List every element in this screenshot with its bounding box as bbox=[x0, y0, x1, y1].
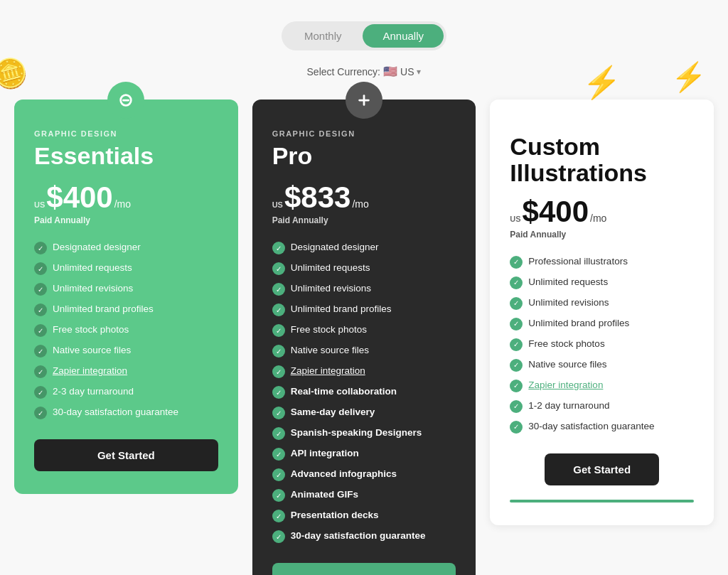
list-item: ✓ Zapier integration bbox=[34, 365, 218, 378]
list-item: ✓ Spanish-speaking Designers bbox=[272, 426, 456, 440]
pro-period: /mo bbox=[352, 198, 368, 210]
essentials-price-row: US $400 /mo bbox=[34, 183, 218, 213]
illustrations-deco-icon: ⚡ bbox=[582, 64, 621, 101]
check-icon: ✓ bbox=[34, 242, 47, 254]
essentials-currency-label: US bbox=[34, 200, 45, 209]
essentials-get-started-btn[interactable]: Get Started bbox=[34, 439, 218, 471]
check-icon: ✓ bbox=[272, 448, 285, 461]
check-icon: ✓ bbox=[510, 297, 523, 310]
illustrations-currency-label: US bbox=[510, 215, 520, 223]
currency-flag: 🇺🇸 bbox=[383, 65, 397, 78]
illustrations-plan-name: CustomIllustrations bbox=[510, 134, 694, 187]
list-item: ✓ Unlimited revisions bbox=[510, 296, 694, 310]
essentials-card: GRAPHIC DESIGN Essentials US $400 /mo Pa… bbox=[14, 100, 238, 494]
check-icon: ✓ bbox=[34, 407, 47, 419]
check-icon: ✓ bbox=[272, 345, 285, 358]
currency-code: US bbox=[400, 66, 414, 77]
illustrations-btn-wrapper: Get Started bbox=[510, 453, 694, 485]
pro-price-note: Paid Annually bbox=[272, 215, 456, 225]
pro-currency-label: US bbox=[272, 200, 283, 209]
check-icon: ✓ bbox=[34, 283, 47, 296]
check-icon: ✓ bbox=[510, 256, 523, 269]
list-item: ✓ 30-day satisfaction guarantee bbox=[510, 420, 694, 434]
list-item: ✓ Same-day delivery bbox=[272, 406, 456, 419]
check-icon: ✓ bbox=[272, 510, 285, 522]
pro-features-list: ✓ Designated designer ✓ Unlimited reques… bbox=[272, 241, 456, 543]
check-icon: ✓ bbox=[272, 468, 285, 481]
essentials-price-note: Paid Annually bbox=[34, 215, 218, 225]
essentials-features-list: ✓ Designated designer ✓ Unlimited reques… bbox=[34, 241, 218, 419]
list-item: ✓ Professional illustrators bbox=[510, 255, 694, 269]
list-item: ✓ Presentation decks bbox=[272, 509, 456, 522]
essentials-plan-name: Essentials bbox=[34, 142, 218, 170]
annually-toggle-btn[interactable]: Annually bbox=[363, 24, 444, 48]
list-item: ✓ Designated designer bbox=[272, 241, 456, 254]
essentials-card-icon bbox=[107, 82, 144, 119]
essentials-price: $400 bbox=[46, 183, 112, 213]
list-item: ✓ Animated GIFs bbox=[272, 488, 456, 502]
check-icon: ✓ bbox=[272, 262, 285, 275]
check-icon: ✓ bbox=[510, 318, 523, 331]
check-icon: ✓ bbox=[272, 489, 285, 502]
list-item: ✓ Free stock photos bbox=[272, 323, 456, 337]
pro-price-row: US $833 /mo bbox=[272, 183, 456, 213]
zapier-link[interactable]: Zapier integration bbox=[528, 379, 603, 392]
deco-icon-right: ⚡ bbox=[671, 60, 707, 94]
check-icon: ✓ bbox=[510, 380, 523, 392]
list-item: ✓ Unlimited brand profiles bbox=[510, 317, 694, 331]
check-icon: ✓ bbox=[34, 303, 47, 316]
monthly-toggle-btn[interactable]: Monthly bbox=[284, 24, 362, 48]
check-icon: ✓ bbox=[272, 407, 285, 419]
zapier-link[interactable]: Zapier integration bbox=[291, 365, 365, 377]
list-item: ✓ Unlimited brand profiles bbox=[34, 303, 218, 316]
list-item: ✓ Native source files bbox=[510, 358, 694, 372]
check-icon: ✓ bbox=[272, 242, 285, 254]
pro-price: $833 bbox=[284, 183, 350, 213]
list-item: ✓ Real-time collaboration bbox=[272, 385, 456, 399]
list-item: ✓ Free stock photos bbox=[510, 338, 694, 351]
essentials-category: GRAPHIC DESIGN bbox=[34, 129, 218, 138]
check-icon: ✓ bbox=[272, 530, 285, 543]
illustrations-get-started-btn[interactable]: Get Started bbox=[545, 453, 659, 485]
check-icon: ✓ bbox=[510, 400, 523, 413]
illustrations-price: $400 bbox=[523, 197, 589, 227]
check-icon: ✓ bbox=[510, 421, 523, 434]
pro-plan-name: Pro bbox=[272, 142, 456, 170]
check-icon: ✓ bbox=[34, 386, 47, 399]
list-item: ✓ 30-day satisfaction guarantee bbox=[34, 406, 218, 419]
check-icon: ✓ bbox=[272, 283, 285, 296]
list-item: ✓ Unlimited revisions bbox=[34, 282, 218, 296]
currency-label: Select Currency: bbox=[307, 66, 380, 77]
billing-toggle: Monthly Annually bbox=[282, 21, 446, 50]
check-icon: ✓ bbox=[510, 338, 523, 351]
pro-card: GRAPHIC DESIGN Pro US $833 /mo Paid Annu… bbox=[252, 100, 476, 575]
zapier-link[interactable]: Zapier integration bbox=[53, 365, 127, 377]
check-icon: ✓ bbox=[510, 359, 523, 372]
check-icon: ✓ bbox=[34, 365, 47, 378]
pro-get-started-btn[interactable]: Get Started bbox=[272, 563, 456, 575]
illustrations-price-note: Paid Annually bbox=[510, 230, 694, 240]
list-item: ✓ Free stock photos bbox=[34, 323, 218, 337]
list-item: ✓ Native source files bbox=[272, 344, 456, 358]
deco-icon-left: 🪙 bbox=[0, 53, 32, 94]
illustrations-period: /mo bbox=[590, 213, 606, 224]
list-item: ✓ 1-2 day turnaround bbox=[510, 399, 694, 413]
illustrations-features-list: ✓ Professional illustrators ✓ Unlimited … bbox=[510, 255, 694, 434]
list-item: ✓ Unlimited requests bbox=[272, 262, 456, 275]
check-icon: ✓ bbox=[272, 386, 285, 399]
pro-category: GRAPHIC DESIGN bbox=[272, 129, 456, 138]
list-item: ✓ Unlimited revisions bbox=[272, 282, 456, 296]
list-item: ✓ Advanced infographics bbox=[272, 468, 456, 481]
currency-chevron-icon: ▾ bbox=[417, 67, 421, 77]
list-item: ✓ Unlimited requests bbox=[510, 276, 694, 289]
check-icon: ✓ bbox=[272, 365, 285, 378]
check-icon: ✓ bbox=[272, 427, 285, 440]
list-item: ✓ Native source files bbox=[34, 344, 218, 358]
list-item: ✓ 2-3 day turnaround bbox=[34, 385, 218, 399]
check-icon: ✓ bbox=[34, 324, 47, 337]
check-icon: ✓ bbox=[272, 303, 285, 316]
check-icon: ✓ bbox=[510, 276, 523, 289]
illustrations-price-row: US $400 /mo bbox=[510, 197, 694, 227]
list-item: ✓ Unlimited requests bbox=[34, 262, 218, 275]
check-icon: ✓ bbox=[272, 324, 285, 337]
